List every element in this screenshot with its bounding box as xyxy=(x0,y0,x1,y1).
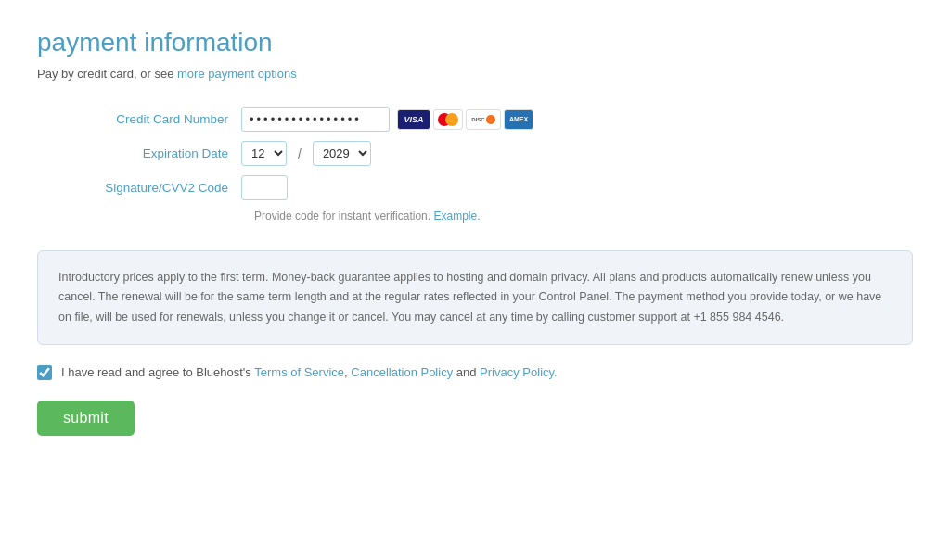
cancellation-link[interactable]: Cancellation Policy xyxy=(351,365,453,379)
tos-checkbox[interactable] xyxy=(37,365,52,380)
visa-icon: VISA xyxy=(397,109,430,130)
amex-icon: AMEX xyxy=(504,109,533,130)
card-type-icons: VISA DISC AMEX xyxy=(397,109,533,130)
tos-label: I have read and agree to Bluehost's Term… xyxy=(61,365,558,379)
cc-input[interactable] xyxy=(241,107,390,132)
expiry-control: 01 02 03 04 05 06 07 08 09 10 11 12 / 20… xyxy=(241,141,371,166)
cvv-control xyxy=(241,175,288,200)
notice-text: Introductory prices apply to the first t… xyxy=(58,271,881,324)
page-title: payment information xyxy=(37,28,913,57)
expiry-label: Expiration Date xyxy=(74,146,241,160)
expiry-row: Expiration Date 01 02 03 04 05 06 07 08 … xyxy=(74,141,913,166)
mastercard-icon xyxy=(433,109,463,130)
expiry-separator: / xyxy=(298,146,302,161)
discover-icon: DISC xyxy=(466,109,501,130)
cvv-row: Signature/CVV2 Code xyxy=(74,175,913,200)
cvv-example-link[interactable]: Example. xyxy=(433,210,480,223)
tos-link[interactable]: Terms of Service xyxy=(254,365,344,379)
payment-form: Credit Card Number VISA DISC xyxy=(74,107,913,223)
expiry-month-select[interactable]: 01 02 03 04 05 06 07 08 09 10 11 12 xyxy=(241,141,287,166)
expiry-year-select[interactable]: 2024 2025 2026 2027 2028 2029 2030 2031 … xyxy=(313,141,371,166)
cvv-input[interactable] xyxy=(241,175,288,200)
notice-box: Introductory prices apply to the first t… xyxy=(37,250,913,345)
cc-row: Credit Card Number VISA DISC xyxy=(74,107,913,132)
subtitle: Pay by credit card, or see more payment … xyxy=(37,67,913,81)
cc-control: VISA DISC AMEX xyxy=(241,107,533,132)
privacy-link[interactable]: Privacy Policy. xyxy=(480,365,558,379)
cvv-help-text: Provide code for instant verification. E… xyxy=(254,210,913,223)
cc-label: Credit Card Number xyxy=(74,112,241,126)
more-payment-options-link[interactable]: more payment options xyxy=(177,67,297,81)
cvv-label: Signature/CVV2 Code xyxy=(74,181,241,195)
submit-button[interactable]: submit xyxy=(37,401,135,436)
tos-row: I have read and agree to Bluehost's Term… xyxy=(37,365,913,380)
